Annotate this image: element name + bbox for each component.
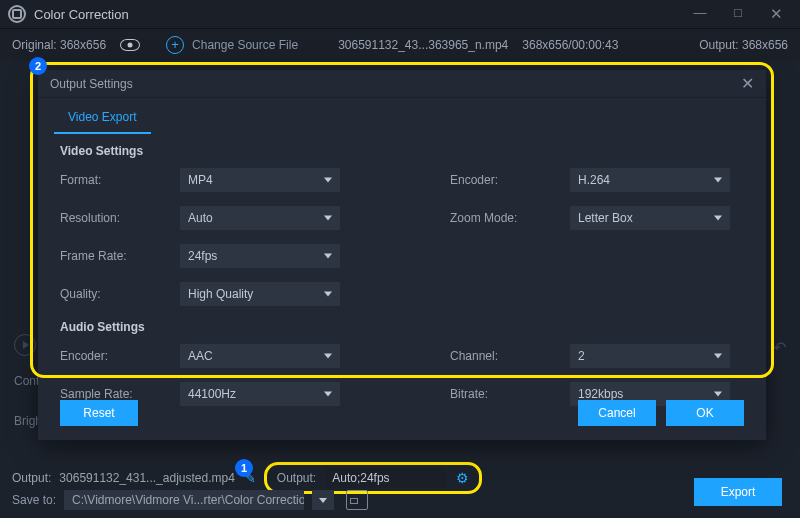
- minimize-icon[interactable]: —: [688, 5, 712, 23]
- label-zoom-mode: Zoom Mode:: [450, 211, 560, 225]
- mini-output-label: Output:: [277, 471, 316, 485]
- output-settings-modal: Output Settings ✕ Video Export Video Set…: [38, 70, 766, 440]
- save-path-dropdown-icon[interactable]: [312, 490, 334, 510]
- label-bitrate: Bitrate:: [450, 387, 560, 401]
- ok-button[interactable]: OK: [666, 400, 744, 426]
- annotation-badge-2: 2: [29, 57, 47, 75]
- original-dimensions: Original: 368x656: [12, 38, 106, 52]
- close-icon[interactable]: ✕: [764, 5, 788, 23]
- select-frame-rate[interactable]: 24fps: [180, 244, 340, 268]
- mini-output-field[interactable]: [326, 468, 446, 488]
- select-audio-encoder[interactable]: AAC: [180, 344, 340, 368]
- label-quality: Quality:: [60, 287, 170, 301]
- modal-close-icon[interactable]: ✕: [741, 74, 754, 93]
- label-channel: Channel:: [450, 349, 560, 363]
- select-resolution[interactable]: Auto: [180, 206, 340, 230]
- preview-eye-icon[interactable]: [120, 39, 140, 51]
- save-path-field[interactable]: C:\Vidmore\Vidmore Vi...rter\Color Corre…: [64, 490, 304, 510]
- change-source-button[interactable]: + Change Source File: [166, 36, 298, 54]
- modal-footer: Reset Cancel OK: [38, 400, 766, 426]
- source-meta: 368x656/00:00:43: [522, 38, 618, 52]
- plus-circle-icon: +: [166, 36, 184, 54]
- title-bar: Color Correction — □ ✕: [0, 0, 800, 28]
- modal-title: Output Settings: [50, 77, 133, 91]
- label-audio-encoder: Encoder:: [60, 349, 170, 363]
- select-channel[interactable]: 2: [570, 344, 730, 368]
- app-logo-icon: [8, 5, 26, 23]
- annotation-badge-1: 1: [235, 459, 253, 477]
- modal-tabs: Video Export: [38, 98, 766, 134]
- source-filename: 306591132_43...363965_n.mp4: [338, 38, 508, 52]
- select-video-encoder[interactable]: H.264: [570, 168, 730, 192]
- label-sample-rate: Sample Rate:: [60, 387, 170, 401]
- output-settings-gear-icon[interactable]: ⚙: [456, 470, 469, 486]
- app-title: Color Correction: [34, 7, 129, 22]
- modal-header: Output Settings ✕: [38, 70, 766, 98]
- tab-video-export[interactable]: Video Export: [54, 104, 151, 134]
- source-bar: Original: 368x656 + Change Source File 3…: [0, 28, 800, 60]
- maximize-icon[interactable]: □: [726, 5, 750, 23]
- label-format: Format:: [60, 173, 170, 187]
- save-row: Save to: C:\Vidmore\Vidmore Vi...rter\Co…: [12, 490, 788, 510]
- output-filename: 306591132_431..._adjusted.mp4: [59, 471, 234, 485]
- select-quality[interactable]: High Quality: [180, 282, 340, 306]
- play-icon[interactable]: [14, 334, 36, 356]
- label-resolution: Resolution:: [60, 211, 170, 225]
- open-folder-icon[interactable]: [346, 490, 368, 510]
- label-frame-rate: Frame Rate:: [60, 249, 170, 263]
- audio-settings-heading: Audio Settings: [38, 310, 766, 340]
- change-source-label: Change Source File: [192, 38, 298, 52]
- export-button[interactable]: Export: [694, 478, 782, 506]
- video-settings-heading: Video Settings: [38, 134, 766, 164]
- select-zoom-mode[interactable]: Letter Box: [570, 206, 730, 230]
- window-controls: — □ ✕: [688, 5, 792, 23]
- output-label: Output:: [12, 471, 51, 485]
- output-dimensions: Output: 368x656: [699, 38, 788, 52]
- cancel-button[interactable]: Cancel: [578, 400, 656, 426]
- label-video-encoder: Encoder:: [450, 173, 560, 187]
- select-format[interactable]: MP4: [180, 168, 340, 192]
- undo-icon[interactable]: ↶: [773, 338, 786, 357]
- contrast-label-truncated: Cont: [14, 374, 39, 388]
- reset-button[interactable]: Reset: [60, 400, 138, 426]
- save-to-label: Save to:: [12, 493, 56, 507]
- video-settings-grid: Format: MP4 Encoder: H.264 Resolution: A…: [38, 164, 766, 310]
